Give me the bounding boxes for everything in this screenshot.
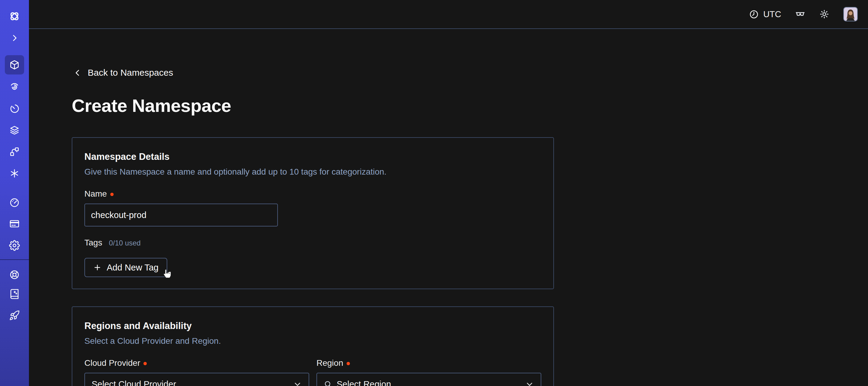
- regions-card: Regions and Availability Select a Cloud …: [72, 306, 554, 386]
- namespace-details-card: Namespace Details Give this Namespace a …: [72, 137, 554, 289]
- card-subtitle: Select a Cloud Provider and Region.: [84, 336, 541, 346]
- labs-toggle[interactable]: [795, 9, 805, 19]
- sidebar-item-billing[interactable]: [5, 214, 24, 233]
- chevron-right-icon: [10, 33, 19, 43]
- user-avatar[interactable]: [843, 7, 858, 22]
- chevron-left-icon: [73, 69, 82, 77]
- timer-icon: [9, 103, 20, 114]
- search-icon: [324, 380, 332, 386]
- region-select[interactable]: Select Region: [316, 373, 541, 386]
- spiral-icon: [9, 81, 20, 92]
- gauge-icon: [9, 197, 20, 208]
- chevron-down-icon: [293, 380, 302, 386]
- name-label: Name: [84, 189, 541, 199]
- credit-card-icon: [9, 218, 20, 229]
- cloud-provider-label: Cloud Provider: [84, 358, 309, 368]
- sun-icon: [819, 9, 830, 19]
- sidebar-item-batch[interactable]: [5, 121, 24, 140]
- page-title: Create Namespace: [72, 95, 231, 116]
- back-link-label: Back to Namespaces: [88, 67, 173, 78]
- layers-icon: [9, 125, 20, 136]
- sidebar-item-support[interactable]: [5, 265, 24, 285]
- temporal-logo-icon[interactable]: [5, 7, 24, 26]
- gear-icon: [9, 240, 20, 251]
- required-dot: [144, 362, 147, 365]
- avatar-image: [844, 7, 857, 21]
- required-dot: [347, 362, 350, 365]
- sidebar-item-settings[interactable]: [5, 236, 24, 255]
- sidebar-item-queries[interactable]: [5, 164, 24, 183]
- cloud-provider-select[interactable]: Select Cloud Provider: [84, 373, 309, 386]
- create-namespace-page: { "topbar": { "timezone": "UTC", "icons"…: [0, 0, 868, 386]
- sidebar-item-usage[interactable]: [5, 193, 24, 212]
- regions-field-grid: Cloud Provider Select Cloud Provider Reg…: [84, 358, 541, 386]
- clock-icon: [749, 9, 759, 19]
- card-title: Regions and Availability: [84, 321, 541, 331]
- sidebar: [0, 0, 29, 386]
- cloud-provider-placeholder: Select Cloud Provider: [92, 379, 176, 386]
- cube-icon: [9, 59, 20, 70]
- chevron-down-icon: [525, 380, 534, 386]
- tags-label: Tags: [84, 238, 102, 247]
- theme-toggle[interactable]: [819, 9, 830, 19]
- region-field: Region Select Region: [316, 358, 541, 386]
- card-title: Namespace Details: [84, 151, 541, 162]
- add-new-tag-label: Add New Tag: [107, 263, 158, 273]
- sidebar-expand-button[interactable]: [5, 28, 24, 48]
- namespace-name-input[interactable]: [84, 204, 278, 227]
- timezone-label: UTC: [763, 9, 781, 19]
- workflow-branch-icon: [9, 146, 20, 157]
- required-dot: [110, 193, 114, 196]
- region-placeholder: Select Region: [337, 379, 391, 386]
- cloud-provider-field: Cloud Provider Select Cloud Provider: [84, 358, 309, 386]
- rocket-icon: [9, 310, 20, 321]
- sidebar-item-getting-started[interactable]: [5, 306, 24, 325]
- timezone-selector[interactable]: UTC: [749, 9, 781, 19]
- region-label: Region: [316, 358, 541, 368]
- main-content: Back to Namespaces Create Namespace Name…: [29, 30, 868, 386]
- plus-icon: [93, 263, 101, 272]
- add-new-tag-button[interactable]: Add New Tag: [84, 258, 167, 277]
- glasses-icon: [795, 9, 805, 19]
- sidebar-item-workflows[interactable]: [5, 77, 24, 96]
- back-to-namespaces-link[interactable]: Back to Namespaces: [73, 67, 173, 78]
- lifebuoy-icon: [9, 269, 20, 280]
- sidebar-item-docs[interactable]: [5, 285, 24, 304]
- card-subtitle: Give this Namespace a name and optionall…: [84, 167, 541, 177]
- sidebar-divider: [0, 259, 29, 260]
- sidebar-item-schedules[interactable]: [5, 99, 24, 118]
- tags-usage-counter: 0/10 used: [109, 239, 141, 247]
- book-sparkles-icon: [9, 289, 20, 299]
- tags-label-row: Tags 0/10 used: [84, 238, 541, 247]
- sidebar-item-nexus[interactable]: [5, 142, 24, 161]
- asterisk-icon: [9, 168, 20, 179]
- sidebar-item-namespaces[interactable]: [5, 55, 24, 75]
- topbar: UTC: [29, 0, 868, 29]
